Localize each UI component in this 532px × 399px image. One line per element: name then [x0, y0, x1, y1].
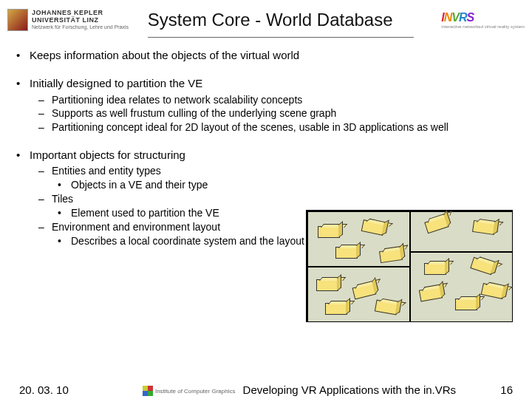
- page-number: 16: [500, 383, 513, 396]
- bullet-2-1: Partitioning idea relates to network sca…: [38, 93, 513, 107]
- entity-icon: [455, 299, 477, 310]
- slide-title: System Core - World Database: [99, 10, 441, 30]
- invrs-logo: INVRS interactive networked virtual real…: [441, 11, 525, 29]
- bullet-2-3: Partitioning concept ideal for 2D layout…: [38, 120, 513, 134]
- slide-header: JOHANNES KEPLER UNIVERSITÄT LINZ Netzwer…: [0, 0, 532, 37]
- footer-title: Developing VR Applications with the in.V…: [243, 383, 457, 396]
- bullet-3-1a: Objects in a VE and their type: [58, 178, 513, 192]
- jku-crest-icon: [7, 9, 28, 31]
- entity-icon: [325, 303, 347, 315]
- entity-icon: [318, 226, 340, 238]
- footer-date: 20. 03. 10: [19, 383, 69, 396]
- entity-icon: [424, 263, 446, 275]
- entity-icon: [335, 247, 358, 259]
- slide-footer: 20. 03. 10 Institute of Computer Graphic…: [0, 383, 532, 396]
- invrs-sub: interactive networked virtual reality sy…: [441, 24, 525, 29]
- bullet-3-1: Entities and entity types Objects in a V…: [38, 164, 513, 192]
- entity-icon: [316, 279, 338, 291]
- cg-logo: Institute of Computer Graphics: [143, 386, 236, 396]
- bullet-2: Initially designed to partition the VE P…: [19, 76, 513, 134]
- cg-logo-icon: [143, 386, 153, 396]
- bullet-1: Keeps information about the objects of t…: [19, 48, 513, 63]
- bullet-2-2: Supports as well frustum culling of the …: [38, 106, 513, 120]
- partition-diagram: [306, 210, 513, 322]
